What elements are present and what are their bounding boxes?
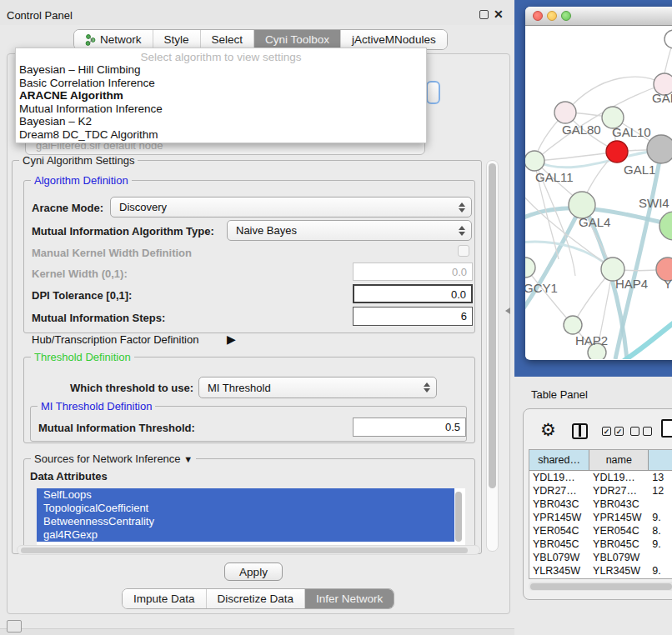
select-all-columns-icon[interactable]: ✓ ✓ xyxy=(602,427,624,436)
table-row[interactable]: YBR045CYBR045C9. xyxy=(529,538,672,551)
table-cell[interactable]: 0. xyxy=(649,578,672,579)
close-icon[interactable]: ✕ xyxy=(494,8,504,21)
table-cell[interactable]: 8. xyxy=(649,524,672,538)
table-row[interactable]: YPR145WYPR145W9. xyxy=(529,511,672,524)
tab-impute-data[interactable]: Impute Data xyxy=(123,589,207,608)
data-attribute-item[interactable]: BetweennessCentrality xyxy=(37,515,454,528)
table-row[interactable]: YDR27…YDR27…12 xyxy=(529,484,672,498)
table-cell[interactable]: YBL079W xyxy=(589,551,649,564)
table-cell[interactable]: YLR345W xyxy=(589,564,649,578)
settings-horizontal-scrollbar[interactable] xyxy=(17,545,480,555)
table-row[interactable]: YDL19…YDL19…13 xyxy=(529,471,672,484)
window-titlebar[interactable] xyxy=(525,7,672,26)
node-swi4[interactable] xyxy=(659,212,672,240)
node-hap2[interactable] xyxy=(564,316,582,334)
table-cell[interactable]: YLR345W xyxy=(529,564,589,578)
table-row[interactable]: YIL052CYIL052C0. xyxy=(529,578,672,579)
table-row[interactable]: YBR043CYBR043C xyxy=(529,498,672,511)
algorithm-option[interactable]: Bayesian – K2 xyxy=(16,115,426,128)
tab-cyni-toolbox[interactable]: Cyni Toolbox xyxy=(254,30,341,49)
tab-network[interactable]: Network xyxy=(74,30,153,49)
hide-panel-button[interactable] xyxy=(7,620,22,632)
table-cell[interactable]: YER054C xyxy=(529,524,589,538)
close-traffic-light[interactable] xyxy=(533,11,543,21)
deselect-all-columns-icon[interactable] xyxy=(630,427,652,436)
table-cell[interactable] xyxy=(649,551,672,564)
tab-jactivemnodules[interactable]: jActiveMNodules xyxy=(341,30,447,49)
dpi-tolerance-field[interactable]: 0.0 xyxy=(353,284,473,303)
which-threshold-combo[interactable]: MI Threshold xyxy=(198,377,437,398)
tab-discretize-data[interactable]: Discretize Data xyxy=(207,589,306,608)
table-cell[interactable]: YPR145W xyxy=(529,511,589,524)
table-cell[interactable]: YPR145W xyxy=(589,511,649,524)
table-row[interactable]: YER054CYER054C8. xyxy=(529,524,672,538)
table-cell[interactable]: YBR043C xyxy=(589,498,649,511)
table-cell[interactable]: YBR045C xyxy=(589,538,649,551)
table-cell[interactable]: YBR043C xyxy=(529,498,589,511)
table-row[interactable]: YLR345WYLR345W9. xyxy=(529,564,672,578)
scrollbar-thumb[interactable] xyxy=(489,163,496,488)
data-attribute-item[interactable]: SelfLoops xyxy=(37,488,454,502)
algorithm-option[interactable]: Basic Correlation Inference xyxy=(16,77,426,90)
column-header-shared-name[interactable]: shared… xyxy=(529,450,589,470)
network-canvas[interactable]: GALGAL80GAL10GAL1GAL11SWI4GAL4GCY1HAP4YH… xyxy=(525,26,672,359)
network-view-window[interactable]: GALGAL80GAL10GAL1GAL11SWI4GAL4GCY1HAP4YH… xyxy=(525,7,672,360)
table-horizontal-scrollbar[interactable] xyxy=(529,582,672,591)
manual-kernel-checkbox[interactable] xyxy=(458,245,469,257)
table-cell[interactable]: YDR27… xyxy=(589,484,649,498)
export-table-icon[interactable] xyxy=(661,419,672,438)
dpi-tolerance-label: DPI Tolerance [0,1]: xyxy=(32,289,132,302)
node[interactable] xyxy=(664,30,672,48)
algorithm-option[interactable]: Bayesian – Hill Climbing xyxy=(16,63,426,77)
column-layout-icon[interactable] xyxy=(572,423,588,439)
algorithm-option[interactable]: Mutual Information Inference xyxy=(16,102,426,116)
table-cell[interactable]: 9. xyxy=(649,538,672,551)
table-cell[interactable]: YBL079W xyxy=(529,551,589,564)
column-header-clipped[interactable] xyxy=(649,450,672,470)
node-gal11[interactable] xyxy=(525,151,544,171)
list-scrollbar-thumb[interactable] xyxy=(455,492,462,542)
table-cell[interactable]: 9. xyxy=(649,511,672,524)
table-cell[interactable]: YBR045C xyxy=(529,538,589,551)
tab-infer-network[interactable]: Infer Network xyxy=(305,589,394,608)
table-cell[interactable]: 13 xyxy=(649,471,672,484)
float-panel-icon[interactable] xyxy=(479,10,489,19)
scrollbar-thumb[interactable] xyxy=(21,548,468,553)
collapse-arrow-icon[interactable]: ▼ xyxy=(183,454,193,464)
settings-vertical-scrollbar[interactable] xyxy=(486,160,499,552)
expand-arrow-icon[interactable]: ▶ xyxy=(227,332,236,346)
table-cell[interactable]: 12 xyxy=(649,484,672,498)
kernel-width-field[interactable]: 0.0 xyxy=(353,262,473,281)
algorithm-option[interactable]: Dream8 DC_TDC Algorithm xyxy=(16,128,426,142)
table-row[interactable]: YBL079WYBL079W xyxy=(529,551,672,564)
apply-button[interactable]: Apply xyxy=(224,562,283,581)
table-cell[interactable]: YDL19… xyxy=(529,471,589,484)
node-gal1[interactable] xyxy=(606,141,628,162)
table-cell[interactable]: YIL052C xyxy=(529,578,589,579)
split-divider-arrow[interactable] xyxy=(505,308,510,314)
data-attribute-item[interactable]: TopologicalCoefficient xyxy=(37,502,454,515)
table-cell[interactable]: YDR27… xyxy=(529,484,589,498)
tab-select[interactable]: Select xyxy=(201,30,255,49)
focused-combo-button[interactable] xyxy=(426,81,440,104)
table-cell[interactable]: YIL052C xyxy=(589,578,649,579)
node-gcy1[interactable] xyxy=(525,258,535,278)
node-gal80[interactable] xyxy=(554,102,576,123)
column-header-name[interactable]: name xyxy=(589,450,649,470)
node-gray[interactable] xyxy=(647,135,672,163)
minimize-traffic-light[interactable] xyxy=(547,11,557,21)
aracne-mode-combo[interactable]: Discovery xyxy=(110,197,472,218)
table-cell[interactable] xyxy=(649,498,672,511)
table-cell[interactable]: 9. xyxy=(649,564,672,578)
zoom-traffic-light[interactable] xyxy=(561,11,571,21)
table-cell[interactable]: YER054C xyxy=(589,524,649,538)
gear-icon[interactable]: ⚙ xyxy=(540,421,556,438)
scrollbar-thumb[interactable] xyxy=(530,583,672,590)
tab-style[interactable]: Style xyxy=(153,30,201,49)
mi-threshold-field[interactable]: 0.5 xyxy=(353,418,466,437)
algorithm-option[interactable]: ARACNE Algorithm xyxy=(16,89,426,102)
table-cell[interactable]: YDL19… xyxy=(589,471,649,484)
mi-steps-field[interactable]: 6 xyxy=(353,307,473,326)
mi-algorithm-type-combo[interactable]: Naive Bayes xyxy=(227,220,472,241)
data-attribute-item[interactable]: gal4RGexp xyxy=(37,528,454,542)
